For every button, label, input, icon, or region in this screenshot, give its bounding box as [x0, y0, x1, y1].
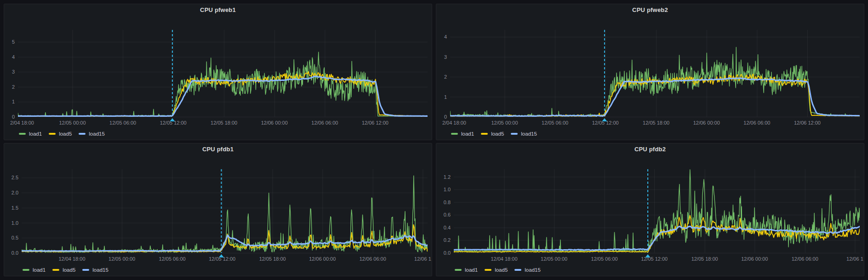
legend-item-load1[interactable]: load1 — [455, 268, 478, 273]
axis-tick-labels: 0.00.20.40.60.81.01.212/04 18:0012/05 00… — [444, 174, 863, 262]
legend-item-load1[interactable]: load1 — [451, 131, 474, 137]
x-tick-label: 12/06 06:00 — [743, 120, 770, 126]
legend-label: load15 — [521, 131, 537, 137]
x-tick-label: 12/05 00:00 — [541, 256, 567, 262]
legend-swatch — [451, 133, 458, 135]
legend-swatch — [485, 269, 491, 271]
legend-swatch — [49, 133, 56, 135]
panel-title[interactable]: CPU pfdb1 — [4, 146, 432, 153]
legend: load1load5load15 — [23, 268, 108, 273]
legend: load1load5load15 — [19, 131, 105, 137]
x-tick-label: 12/06 00:00 — [693, 120, 720, 126]
x-tick-label: 12/06 00:00 — [741, 256, 768, 262]
x-tick-label: 12/05 18:00 — [259, 256, 286, 262]
y-tick-label: 0.2 — [444, 237, 451, 243]
annotation — [645, 169, 651, 257]
y-tick-label: 0.5 — [11, 235, 18, 240]
y-tick-label: 0.6 — [444, 212, 451, 217]
y-tick-label: 1.5 — [11, 205, 18, 211]
legend-item-load1[interactable]: load1 — [19, 131, 42, 137]
x-tick-label: 12/05 18:00 — [691, 256, 718, 262]
series-load5 — [22, 225, 428, 252]
y-tick-label: 3 — [444, 54, 447, 60]
y-tick-label: 4 — [12, 54, 15, 60]
legend-swatch — [514, 269, 521, 271]
grid-lines — [22, 169, 428, 253]
panel-title[interactable]: CPU pfdb2 — [436, 146, 864, 153]
x-tick-label: 12/06 12:00 — [794, 120, 821, 126]
panel-title[interactable]: CPU pfweb1 — [4, 6, 432, 13]
y-tick-label: 2.5 — [11, 175, 18, 180]
y-tick-label: 0 — [444, 114, 447, 120]
legend-swatch — [455, 269, 462, 271]
legend-label: load15 — [89, 131, 105, 137]
series-lines — [454, 170, 860, 252]
legend-label: load15 — [525, 268, 541, 273]
legend-item-load5[interactable]: load5 — [49, 131, 72, 137]
legend-swatch — [19, 133, 26, 135]
x-tick-label: 12/06 06:00 — [311, 120, 338, 126]
legend-item-load15[interactable]: load15 — [514, 268, 541, 273]
y-tick-label: 2 — [12, 84, 15, 90]
legend-swatch — [82, 269, 89, 271]
legend-label: load1 — [29, 131, 42, 137]
series-load1 — [454, 170, 860, 252]
plot-canvas[interactable]: 0.00.20.40.60.81.01.212/04 18:0012/05 00… — [436, 143, 864, 276]
legend-item-load15[interactable]: load15 — [79, 131, 105, 137]
x-tick-label: 12/05 00:00 — [108, 256, 135, 262]
legend-label: load5 — [59, 131, 72, 137]
legend-label: load5 — [495, 268, 508, 273]
legend-label: load1 — [465, 268, 478, 273]
legend-swatch — [79, 133, 86, 135]
y-tick-label: 1 — [444, 94, 447, 100]
plot-canvas[interactable]: 0.00.51.01.52.02.512/04 18:0012/05 00:00… — [4, 143, 432, 276]
y-tick-label: 0.0 — [444, 250, 451, 256]
legend-swatch — [23, 269, 29, 271]
panel-cpu-pfdb2: CPU pfdb2 0.00.20.40.60.81.01.212/04 18:… — [436, 143, 864, 276]
x-tick-label: 12/05 06:00 — [591, 256, 618, 262]
legend-item-load15[interactable]: load15 — [511, 131, 537, 137]
legend-label: load5 — [491, 131, 504, 137]
plot-canvas[interactable]: 0123452/04 18:0012/05 00:0012/05 06:0012… — [4, 4, 432, 140]
y-tick-label: 0.8 — [444, 200, 451, 205]
panel-title[interactable]: CPU pfweb2 — [436, 6, 864, 13]
series-lines — [450, 47, 860, 116]
y-tick-label: 4 — [444, 34, 447, 40]
legend-item-load15[interactable]: load15 — [82, 268, 108, 273]
legend-swatch — [481, 133, 488, 135]
series-load5 — [18, 72, 428, 116]
x-tick-label: 12/06 00:00 — [261, 120, 288, 126]
x-tick-label: 12/06 1 — [846, 256, 863, 262]
y-tick-label: 3 — [12, 69, 15, 74]
plot-canvas[interactable]: 012342/04 18:0012/05 00:0012/05 06:0012/… — [436, 4, 864, 140]
x-tick-label: 12/05 06:00 — [109, 120, 136, 126]
legend-item-load1[interactable]: load1 — [23, 268, 46, 273]
y-tick-label: 1.2 — [444, 174, 451, 180]
x-tick-label: 12/05 18:00 — [211, 120, 237, 126]
x-tick-label: 12/05 12:00 — [641, 256, 668, 262]
y-tick-label: 1.0 — [11, 220, 18, 226]
legend-item-load5[interactable]: load5 — [52, 268, 75, 273]
x-tick-label: 12/06 1 — [414, 256, 431, 262]
y-tick-label: 5 — [12, 39, 15, 45]
series-lines — [22, 176, 428, 252]
x-tick-label: 12/05 06:00 — [542, 120, 568, 126]
legend-item-load5[interactable]: load5 — [481, 131, 504, 137]
legend: load1load5load15 — [455, 268, 541, 273]
panel-cpu-pfdb1: CPU pfdb1 0.00.51.01.52.02.512/04 18:001… — [4, 143, 432, 276]
x-tick-label: 12/04 18:00 — [58, 256, 85, 262]
y-tick-label: 2 — [444, 74, 447, 80]
series-lines — [18, 52, 428, 116]
legend-label: load5 — [63, 268, 75, 273]
x-tick-label: 12/05 00:00 — [491, 120, 518, 126]
series-load1 — [22, 176, 428, 252]
panel-cpu-pfweb2: CPU pfweb2 012342/04 18:0012/05 00:0012/… — [436, 4, 864, 140]
y-tick-label: 0 — [12, 114, 15, 120]
x-tick-label: 2/04 18:00 — [442, 120, 466, 126]
x-tick-label: 12/05 06:00 — [159, 256, 186, 262]
y-tick-label: 2.0 — [11, 190, 18, 195]
x-tick-label: 12/05 00:00 — [59, 120, 86, 126]
y-tick-label: 0.0 — [11, 250, 18, 256]
legend-item-load5[interactable]: load5 — [485, 268, 508, 273]
y-tick-label: 1.0 — [444, 187, 451, 192]
